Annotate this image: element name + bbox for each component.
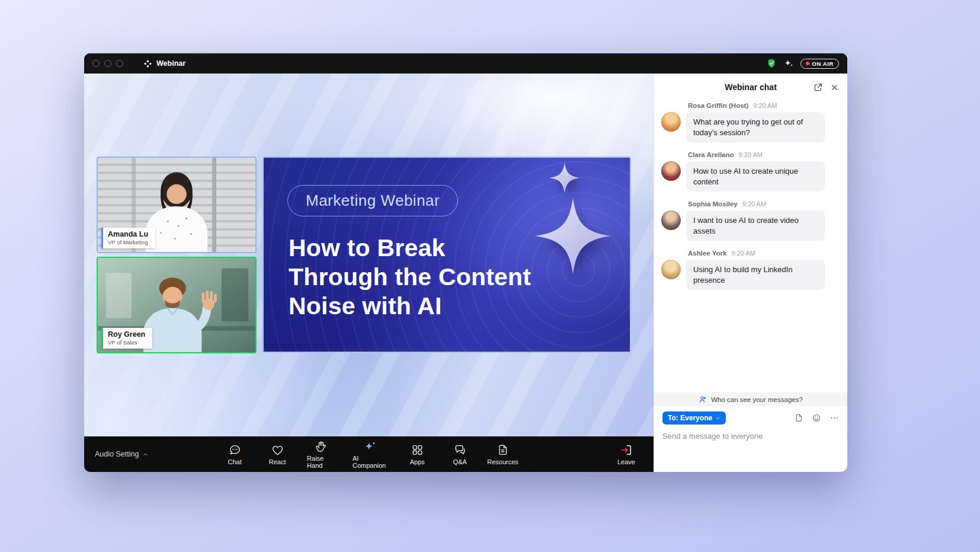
- raise-hand-button[interactable]: Raise Hand: [307, 440, 336, 469]
- decorative-star-icon: [535, 198, 611, 274]
- window-close-button[interactable]: [92, 60, 100, 67]
- message-time: 9:20 AM: [739, 151, 763, 158]
- privacy-note-label: Who can see your messages?: [711, 396, 803, 403]
- chat-composer: To: Everyone: [654, 406, 847, 472]
- message-sender: Ashlee York: [688, 250, 726, 257]
- avatar: [661, 260, 681, 279]
- resources-icon: [497, 443, 510, 457]
- qa-button[interactable]: Q&A: [447, 443, 473, 465]
- more-icon[interactable]: [830, 413, 839, 423]
- window-title-group: Webinar: [143, 59, 185, 68]
- raise-hand-icon: [315, 440, 328, 453]
- speaker-name: Roy Green: [108, 330, 145, 339]
- on-air-badge: ON AIR: [800, 59, 840, 69]
- chat-message: Clara Arellano 9:20 AM How to use AI to …: [661, 151, 839, 192]
- audio-setting-label: Audio Setting: [95, 450, 139, 458]
- avatar: [661, 161, 681, 181]
- chat-panel: Webinar chat Rosa Griffin (Host): [654, 74, 847, 472]
- react-button[interactable]: React: [264, 443, 290, 465]
- message-time: 9:20 AM: [742, 200, 766, 208]
- shield-icon[interactable]: [766, 58, 777, 69]
- toolbar-button-label: AI Companion: [353, 455, 387, 469]
- window-zoom-button[interactable]: [116, 60, 123, 67]
- toolbar-button-label: Q&A: [453, 458, 467, 465]
- speaker-role: VP of Marketing: [108, 239, 148, 245]
- webinar-stage: Amanda Lu VP of Marketing: [84, 74, 654, 472]
- toolbar-button-label: Chat: [228, 458, 241, 465]
- chevron-up-icon: [142, 451, 149, 458]
- toolbar-button-label: Raise Hand: [307, 455, 336, 469]
- chat-message: Sophia Mosiley 9:20 AM I want to use AI …: [661, 200, 839, 241]
- message-time: 9:20 AM: [731, 250, 755, 257]
- message-bubble: What are you trying to get out of today'…: [686, 112, 825, 142]
- toolbar-button-label: Leave: [617, 458, 635, 465]
- speaker-role: VP of Sales: [108, 339, 145, 346]
- ai-companion-button[interactable]: AI Companion: [353, 440, 387, 469]
- chat-message: Rosa Griffin (Host) 9:20 AM What are you…: [661, 102, 839, 142]
- message-bubble: How to use AI to create unique content: [686, 161, 825, 192]
- on-air-dot: [806, 62, 809, 65]
- webinar-window: Webinar ON AIR: [84, 53, 847, 472]
- privacy-icon: [699, 395, 707, 404]
- popout-icon[interactable]: [813, 82, 823, 92]
- toolbar-button-label: Resources: [487, 458, 518, 465]
- ai-companion-icon: [364, 440, 377, 453]
- close-icon[interactable]: [830, 83, 839, 92]
- nametag-roy: Roy Green VP of Sales: [101, 328, 152, 349]
- message-bubble: I want to use AI to create video assets: [686, 210, 825, 241]
- message-bubble: Using AI to build my LinkedIn presence: [686, 260, 825, 290]
- sparkle-icon[interactable]: [783, 59, 794, 68]
- recipient-selector-label: To: Everyone: [668, 414, 712, 422]
- apps-button[interactable]: Apps: [404, 443, 430, 465]
- chat-message-list[interactable]: Rosa Griffin (Host) 9:20 AM What are you…: [654, 101, 847, 393]
- titlebar: Webinar ON AIR: [84, 53, 847, 74]
- leave-icon: [620, 443, 633, 457]
- chat-message: Ashlee York 9:20 AM Using AI to build my…: [661, 250, 839, 290]
- message-sender: Rosa Griffin (Host): [688, 102, 748, 109]
- chat-header: Webinar chat: [654, 74, 847, 101]
- chat-title: Webinar chat: [725, 82, 777, 92]
- chat-button[interactable]: Chat: [222, 443, 248, 465]
- recipient-selector[interactable]: To: Everyone: [662, 411, 726, 425]
- privacy-note[interactable]: Who can see your messages?: [654, 393, 847, 406]
- nametag-amanda: Amanda Lu VP of Marketing: [101, 228, 155, 248]
- window-controls: [92, 60, 123, 67]
- slide-title: How to Break Through the Content Noise w…: [289, 234, 531, 321]
- file-icon[interactable]: [794, 413, 803, 423]
- slide-badge: Marketing Webinar: [287, 185, 458, 216]
- avatar: [661, 210, 681, 230]
- chevron-down-icon: [715, 416, 720, 421]
- message-input[interactable]: [662, 432, 839, 441]
- toolbar-button-label: Apps: [410, 458, 425, 465]
- speaker-name: Amanda Lu: [108, 230, 148, 238]
- react-heart-icon: [271, 443, 284, 457]
- qa-icon: [453, 443, 466, 457]
- apps-icon: [411, 443, 424, 457]
- video-tile-amanda[interactable]: Amanda Lu VP of Marketing: [97, 157, 257, 253]
- video-tile-roy[interactable]: Roy Green VP of Sales: [97, 257, 257, 353]
- on-air-label: ON AIR: [812, 60, 834, 67]
- avatar: [661, 112, 681, 132]
- decorative-star-icon: [549, 162, 580, 193]
- shared-slide: Marketing Webinar How to Break Through t…: [262, 157, 631, 353]
- toolbar-button-label: React: [269, 458, 286, 465]
- window-minimize-button[interactable]: [104, 60, 111, 67]
- resources-button[interactable]: Resources: [489, 443, 516, 465]
- window-title: Webinar: [156, 59, 185, 68]
- meeting-toolbar: Audio Setting Chat: [84, 436, 654, 472]
- webinar-icon: [143, 59, 152, 68]
- message-time: 9:20 AM: [753, 102, 777, 109]
- chat-icon: [228, 443, 241, 457]
- audio-setting-button[interactable]: Audio Setting: [95, 450, 149, 458]
- message-sender: Clara Arellano: [688, 151, 734, 158]
- leave-button[interactable]: Leave: [613, 443, 639, 465]
- message-sender: Sophia Mosiley: [688, 200, 738, 208]
- emoji-icon[interactable]: [812, 413, 821, 423]
